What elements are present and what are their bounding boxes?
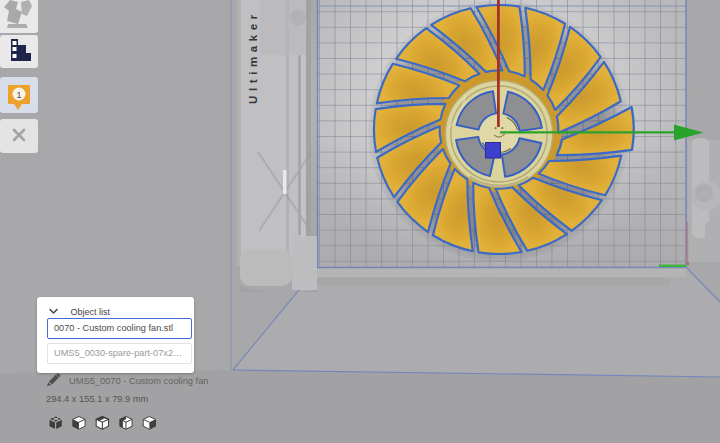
svg-text:Ultimaker: Ultimaker (247, 10, 259, 104)
svg-text:1: 1 (16, 90, 21, 100)
